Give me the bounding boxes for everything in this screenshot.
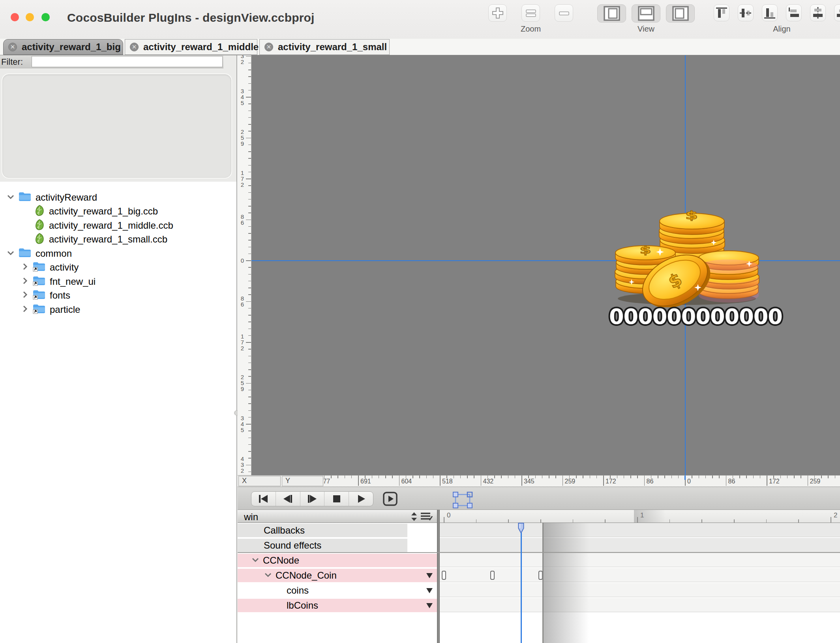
tree-item-label: activity_reward_1_middle.ccb bbox=[49, 220, 173, 231]
folder-icon: > bbox=[18, 247, 32, 258]
v-ruler-label: 3 4 5 bbox=[239, 415, 246, 433]
timeline-row-CCNode_Coin[interactable]: CCNode_Coin bbox=[238, 569, 437, 582]
timeline-track-divider[interactable] bbox=[437, 510, 440, 643]
toggle-bottom-panel-button[interactable] bbox=[632, 4, 660, 23]
row-properties-arrow-icon[interactable] bbox=[426, 588, 433, 593]
minimize-window-button[interactable] bbox=[26, 13, 34, 21]
timeline-tracks[interactable] bbox=[440, 523, 840, 643]
zoom-reset-button[interactable] bbox=[521, 4, 540, 22]
tree-item-activity_reward_1_small.ccb[interactable]: activity_reward_1_small.ccb bbox=[0, 233, 236, 246]
row-properties-arrow-icon[interactable] bbox=[426, 603, 433, 608]
tree-item-common[interactable]: > common bbox=[0, 246, 236, 260]
track-row-coins[interactable] bbox=[440, 583, 840, 597]
tree-item-label: common bbox=[36, 248, 72, 259]
timeline-row-label: CCNode bbox=[263, 555, 299, 566]
align-bottom-button[interactable] bbox=[762, 4, 778, 21]
zoom-window-button[interactable] bbox=[41, 13, 50, 21]
tree-item-label: activity_reward_1_small.ccb bbox=[49, 234, 167, 245]
folder-alias-icon bbox=[32, 261, 46, 272]
zoom-out-button[interactable] bbox=[555, 4, 573, 22]
coin-amount-label: 000000000000 bbox=[609, 304, 782, 329]
tab-activity_reward_1_big[interactable]: ✕activity_reward_1_big bbox=[3, 39, 123, 55]
track-row-Sound effects[interactable] bbox=[440, 538, 840, 552]
tab-activity_reward_1_small[interactable]: ✕activity_reward_1_small bbox=[259, 39, 390, 55]
align-horizontal-center-button[interactable] bbox=[810, 4, 826, 21]
align-left-edges-button[interactable] bbox=[786, 4, 802, 21]
coin-stack-sprite[interactable]: $ $ $ bbox=[608, 205, 766, 307]
tab-close-icon[interactable]: ✕ bbox=[264, 43, 273, 51]
timeline-row-lbCoins[interactable]: lbCoins bbox=[238, 599, 437, 612]
tree-item-particle[interactable]: particle bbox=[0, 303, 236, 316]
row-properties-arrow-icon[interactable] bbox=[426, 573, 433, 578]
tree-item-label: particle bbox=[50, 304, 80, 315]
timeline-row-CCNode[interactable]: CCNode bbox=[238, 554, 437, 567]
chevron-down-icon[interactable] bbox=[264, 570, 272, 579]
timeline-row-coins[interactable]: coins bbox=[238, 584, 437, 597]
tree-item-fnt_new_ui[interactable]: fnt_new_ui bbox=[0, 274, 236, 288]
step-forward-icon bbox=[305, 494, 319, 504]
timeline-row-label: CCNode_Coin bbox=[276, 570, 337, 581]
align-right-edges-button[interactable] bbox=[834, 4, 840, 21]
timeline-list-icon[interactable] bbox=[420, 511, 433, 522]
tree-item-label: activity bbox=[50, 262, 79, 273]
chevron-right-icon[interactable] bbox=[21, 276, 29, 285]
equals-icon bbox=[524, 6, 538, 20]
filter-input[interactable] bbox=[32, 56, 223, 67]
play-icon bbox=[354, 494, 368, 504]
h-ruler-label: 172 bbox=[606, 478, 616, 485]
chevron-down-icon[interactable] bbox=[251, 555, 260, 564]
tab-activity_reward_1_middle[interactable]: ✕activity_reward_1_middle bbox=[125, 39, 257, 55]
tab-close-icon[interactable]: ✕ bbox=[8, 43, 17, 51]
chevron-down-icon[interactable] bbox=[6, 192, 15, 201]
transport-controls bbox=[251, 491, 373, 506]
toggle-left-panel-button[interactable] bbox=[597, 4, 626, 23]
track-row-CCNode[interactable] bbox=[440, 553, 840, 567]
tree-item-activity_reward_1_big.ccb[interactable]: activity_reward_1_big.ccb bbox=[0, 205, 236, 218]
chevron-right-icon[interactable] bbox=[21, 305, 29, 313]
align-hcenter-icon bbox=[811, 6, 825, 20]
step-back-button[interactable] bbox=[276, 492, 300, 506]
jump-to-start-button[interactable] bbox=[251, 492, 276, 506]
timeline-switch-icon[interactable] bbox=[411, 512, 418, 521]
tree-item-activity[interactable]: activity bbox=[0, 261, 236, 274]
tree-item-fonts[interactable]: fonts bbox=[0, 289, 236, 303]
close-window-button[interactable] bbox=[11, 13, 19, 21]
stage-canvas[interactable]: $ $ $ bbox=[251, 55, 840, 475]
tree-item-activity_reward_1_middle.ccb[interactable]: activity_reward_1_middle.ccb bbox=[0, 218, 236, 232]
track-row-lbCoins[interactable] bbox=[440, 598, 840, 612]
keyframe-marker[interactable] bbox=[442, 571, 446, 580]
align-vcenter-icon bbox=[739, 6, 752, 20]
panel-splitter[interactable] bbox=[236, 55, 237, 643]
timeline-row-Sound effects[interactable]: Sound effects bbox=[238, 539, 407, 552]
timeline-panel: win 012 CallbacksSound effects CCNode CC… bbox=[238, 487, 840, 643]
timeline-row-Callbacks[interactable]: Callbacks bbox=[238, 524, 407, 537]
toggle-right-panel-button[interactable] bbox=[666, 4, 695, 23]
v-ruler-label: 3 4 5 bbox=[239, 88, 246, 106]
v-ruler-label: 4 3 2 bbox=[239, 456, 246, 474]
play-button[interactable] bbox=[349, 492, 373, 506]
stop-button[interactable] bbox=[324, 492, 349, 506]
play-in-window-button[interactable] bbox=[381, 491, 400, 507]
track-row-Callbacks[interactable] bbox=[440, 523, 840, 537]
step-forward-button[interactable] bbox=[300, 492, 325, 506]
tab-label: activity_reward_1_small bbox=[278, 41, 387, 53]
chevron-right-icon[interactable] bbox=[21, 290, 29, 299]
timeline-section-separator bbox=[238, 552, 840, 553]
timeline-ruler[interactable]: 012 bbox=[440, 510, 840, 523]
align-vertical-center-button[interactable] bbox=[738, 4, 754, 21]
timeline-row-label: lbCoins bbox=[287, 600, 318, 611]
zoom-in-button[interactable] bbox=[488, 4, 507, 22]
align-top-button[interactable] bbox=[714, 4, 729, 21]
chevron-right-icon[interactable] bbox=[21, 262, 29, 271]
tree-item-activityReward[interactable]: > activityReward bbox=[0, 190, 236, 204]
track-row-CCNode_Coin[interactable] bbox=[440, 568, 840, 582]
timeline-name-bar[interactable]: win bbox=[238, 510, 437, 523]
vertical-ruler: 4 3 23 4 52 5 91 7 28 608 61 7 22 5 93 4… bbox=[238, 55, 251, 475]
keyframe-marker[interactable] bbox=[490, 571, 495, 580]
h-ruler-label: 86 bbox=[728, 478, 735, 485]
tab-close-icon[interactable]: ✕ bbox=[130, 43, 139, 51]
v-ruler-label: 2 5 9 bbox=[239, 129, 246, 147]
tab-label: activity_reward_1_middle bbox=[143, 41, 259, 53]
chevron-down-icon[interactable] bbox=[6, 248, 15, 257]
playhead-pin[interactable] bbox=[518, 523, 524, 534]
